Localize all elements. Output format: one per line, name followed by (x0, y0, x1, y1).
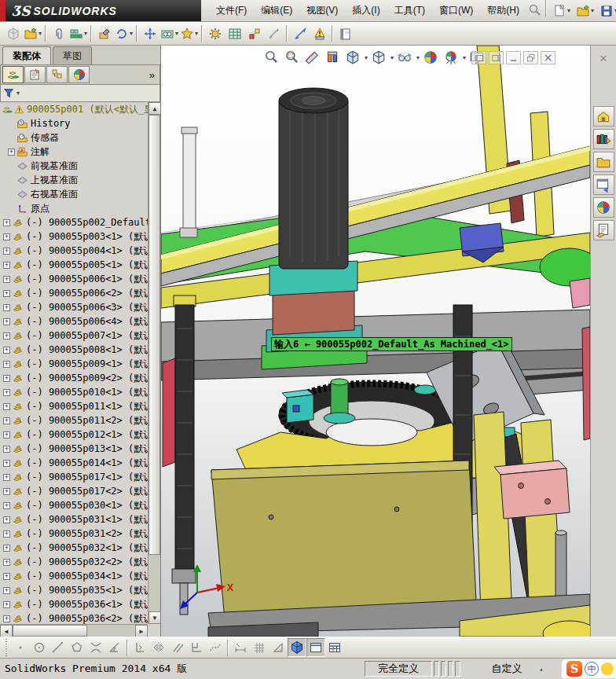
tree-item-1[interactable]: 传感器 (0, 130, 148, 145)
expand-toggle[interactable]: + (3, 488, 10, 495)
point-button[interactable] (11, 638, 30, 657)
menu-item-3[interactable]: 插入(I) (345, 2, 387, 20)
expand-toggle[interactable]: + (3, 375, 10, 382)
view-orientation-button[interactable] (343, 48, 362, 67)
tree-item-4[interactable]: 上视基准面 (0, 173, 148, 187)
tree-vertical-scrollbar[interactable]: ▲ ▼ (148, 102, 160, 624)
menu-item-0[interactable]: 文件(F) (209, 2, 254, 20)
tree-component-900055p0301[interactable]: +(-) 900055p030<1> (默认 (0, 498, 148, 512)
rotate-component-button[interactable]: ▾ (114, 24, 134, 43)
tab-assembly[interactable]: 装配体 (2, 46, 51, 64)
polygon-button[interactable] (68, 638, 86, 657)
hide-show-items-button[interactable] (395, 48, 414, 67)
menu-item-4[interactable]: 工具(T) (387, 2, 432, 20)
scroll-right-button[interactable]: ▶ (135, 625, 148, 637)
smart-fasteners-button[interactable] (94, 24, 114, 43)
new-document-button[interactable]: ▾ (550, 2, 573, 20)
tree-component-900055p0141[interactable]: +(-) 900055p014<1> (默认 (0, 456, 148, 470)
tree-component-900055p0064[interactable]: +(-) 900055p006<4> (默认 (0, 314, 148, 328)
expand-toggle[interactable]: + (3, 219, 10, 226)
show-hidden-components-dropdown-arrow[interactable]: ▾ (175, 30, 178, 37)
insert-component-button[interactable] (3, 24, 23, 43)
apply-scene-dropdown-arrow[interactable]: ▾ (463, 54, 466, 61)
tree-component-900055p0341[interactable]: +(-) 900055p034<1> (默认 (0, 569, 148, 583)
scroll-down-button[interactable]: ▼ (148, 611, 160, 624)
menu-item-6[interactable]: 帮助(H) (480, 2, 526, 20)
open-document-button[interactable]: ▾ (574, 2, 596, 20)
vertical-scroll-thumb[interactable] (148, 115, 160, 555)
expand-toggle[interactable]: + (3, 233, 10, 240)
dock-left-button[interactable] (471, 51, 486, 64)
expand-toggle[interactable]: + (3, 417, 10, 424)
menu-item-2[interactable]: 视图(V) (299, 2, 345, 20)
custom-properties-button[interactable] (593, 220, 614, 240)
exploded-view-button[interactable] (244, 24, 264, 43)
tree-item-6[interactable]: 原点 (0, 201, 148, 215)
zoom-fit-button[interactable] (262, 48, 280, 67)
perpendicular-relation-button[interactable] (187, 638, 206, 657)
expand-toggle[interactable]: + (3, 248, 10, 255)
file-explorer-button[interactable] (593, 152, 614, 172)
tree-component-900055p0351[interactable]: +(-) 900055p035<1> (默认 (0, 583, 148, 597)
status-expand-arrow[interactable]: ▴ (534, 661, 548, 677)
display-style-button[interactable] (369, 48, 388, 67)
tree-component-900055p0362[interactable]: +(-) 900055p036<2> (默认 (0, 611, 148, 624)
explode-line-sketch-button[interactable] (264, 24, 284, 43)
expand-toggle[interactable]: + (3, 431, 10, 439)
toolbar-drag-handle[interactable] (4, 639, 9, 656)
horizontal-scroll-thumb[interactable] (13, 625, 87, 637)
tree-component-900055p0322[interactable]: +(-) 900055p032<2> (默认 (0, 555, 148, 569)
tree-component-900055p0031[interactable]: +(-) 900055p003<1> (默认 (0, 229, 148, 244)
hide-show-items-dropdown-arrow[interactable]: ▾ (416, 54, 420, 61)
expand-toggle[interactable]: + (3, 403, 10, 410)
expand-toggle[interactable]: + (3, 332, 10, 340)
tree-component-900055p0092[interactable]: +(-) 900055p009<2> (默认 (0, 371, 148, 385)
section-view-button[interactable] (302, 48, 321, 67)
sketch-angle-button[interactable] (105, 638, 124, 657)
menu-item-1[interactable]: 编辑(E) (254, 2, 299, 20)
tree-component-900055p0312[interactable]: +(-) 900055p031<2> (默认 (0, 527, 148, 541)
expand-toggle[interactable]: + (3, 347, 10, 354)
manager-tab-configurationmanager[interactable] (46, 66, 68, 83)
instant3d-button[interactable] (290, 24, 310, 43)
circle-button[interactable] (30, 638, 49, 657)
tree-component-900055p0311[interactable]: +(-) 900055p031<1> (默认 (0, 512, 148, 527)
linear-component-pattern-dropdown-arrow[interactable]: ▾ (84, 30, 87, 37)
apply-scene-button[interactable] (442, 48, 460, 67)
tree-component-900055p0131[interactable]: +(-) 900055p013<1> (默认 (0, 442, 148, 456)
tree-component-900055p0101[interactable]: +(-) 900055p010<1> (默认 (0, 385, 148, 399)
open-document-dropdown-arrow[interactable]: ▾ (38, 30, 42, 37)
search-icon[interactable] (526, 0, 542, 20)
offset-entities-button[interactable] (168, 638, 187, 657)
tree-component-900055p0041[interactable]: +(-) 900055p004<1> (默认 (0, 244, 148, 258)
expand-toggle[interactable]: + (8, 149, 15, 156)
assembly-features-dropdown-arrow[interactable]: ▾ (195, 30, 198, 37)
sketch-table-button[interactable] (325, 638, 344, 657)
expand-toggle[interactable]: + (3, 318, 10, 325)
trim-entities-button[interactable] (86, 638, 105, 657)
ime-logo-icon[interactable]: S (566, 661, 582, 677)
tree-horizontal-scrollbar[interactable]: ◀ ▶ (0, 624, 148, 637)
minimize-document-button[interactable] (506, 51, 521, 64)
expand-toggle[interactable]: + (3, 559, 10, 566)
zoom-area-button[interactable] (282, 48, 301, 67)
expand-toggle[interactable]: + (3, 276, 10, 283)
filter-funnel-icon[interactable] (3, 87, 16, 100)
tree-item-5[interactable]: 右视基准面 (0, 187, 148, 201)
restore-document-button[interactable] (523, 51, 538, 64)
expand-toggle[interactable]: + (3, 502, 10, 509)
ime-overlay[interactable]: S 中 (561, 659, 616, 679)
interference-detection-button[interactable] (310, 24, 329, 43)
tree-component-900055p0051[interactable]: +(-) 900055p005<1> (默认 (0, 258, 148, 272)
show-hidden-components-button[interactable]: ▾ (160, 24, 179, 43)
expand-toggle[interactable]: + (3, 460, 10, 467)
edit-appearance-button[interactable] (421, 48, 440, 67)
viewport-pane-button[interactable] (306, 638, 325, 657)
grid-system-button[interactable] (250, 638, 269, 657)
menu-item-5[interactable]: 窗口(W) (432, 2, 480, 20)
tree-component-900055p002_Default_[interactable]: +(-) 900055p002_Default_ (0, 215, 148, 229)
motion-study-button[interactable] (336, 24, 355, 43)
manager-tab-displaymanager[interactable] (68, 66, 90, 83)
appearances-scenes-button[interactable] (593, 197, 614, 218)
scroll-up-button[interactable]: ▲ (148, 102, 160, 115)
